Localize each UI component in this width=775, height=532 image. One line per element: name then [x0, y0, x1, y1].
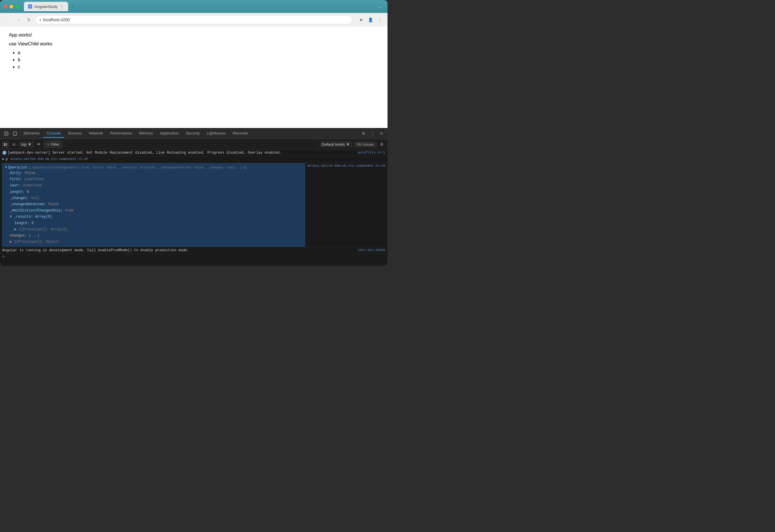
tab-close-button[interactable]: ×: [60, 4, 64, 9]
tab-expand-button[interactable]: ⌄: [376, 2, 384, 11]
obj-changesDetected: _changesDetected: false: [5, 201, 302, 207]
minimize-window-button[interactable]: [9, 5, 13, 9]
expand-arrow[interactable]: ►: [2, 157, 4, 161]
console-settings-button[interactable]: ⚙: [378, 141, 385, 148]
obj-changes-getter: changes: (...): [5, 233, 302, 239]
tab-elements[interactable]: Elements: [20, 129, 43, 138]
webpack-message: [webpack-dev-server] Server started: Hot…: [8, 151, 355, 155]
page-content: App works! use ViewChild works a b c: [0, 27, 388, 128]
default-levels-button[interactable]: Default levels ▼: [319, 141, 352, 147]
tab-performance[interactable]: Performance: [106, 129, 135, 138]
p-label: p: [6, 157, 8, 161]
tab-title: AngularStudy: [34, 4, 57, 9]
angular-source[interactable]: core.mjs:25520: [358, 248, 385, 252]
tab-application[interactable]: Application: [157, 129, 182, 138]
context-arrow: ▼: [28, 142, 32, 146]
content-area: App works! use ViewChild works a b c Ele…: [0, 27, 388, 266]
devtools-toolbar: Elements Console Sources Network Perform…: [0, 128, 388, 139]
devtools-mobile-button[interactable]: [11, 130, 19, 137]
address-bar[interactable]: ● localhost:4200: [35, 15, 352, 24]
list-item: c: [18, 64, 378, 70]
results-arrow[interactable]: ▼: [10, 215, 12, 219]
filter-label: Filter: [51, 142, 59, 146]
reload-button[interactable]: ↻: [25, 16, 33, 24]
console-prompt[interactable]: >: [0, 254, 388, 260]
menu-button[interactable]: ⋮: [376, 16, 384, 24]
querylist-preview: {_emitDistinctChangesOnly: true, dirty: …: [29, 166, 243, 169]
filter-icon: ▿: [47, 142, 49, 146]
webpack-source[interactable]: polyfills.js:1: [358, 151, 385, 154]
tab-favicon: A: [28, 4, 32, 9]
eye-button[interactable]: 👁: [36, 141, 42, 148]
title-bar: A AngularStudy × + ⌄: [0, 0, 388, 13]
tab-network[interactable]: Network: [85, 129, 107, 138]
obj-main-proto: ▶ [[Prototype]]: Object: [5, 239, 302, 245]
obj-changes: _changes: null: [5, 195, 302, 201]
list-item: b: [18, 57, 378, 62]
obj-first: first: undefined: [5, 176, 302, 182]
devtools-tabs: Elements Console Sources Network Perform…: [20, 129, 358, 138]
console-angular-line: Angular is running in development mode. …: [0, 247, 388, 254]
console-line-p: ► p access_native-dom-ob_cts.component.t…: [0, 156, 388, 163]
obj-results: ▼ _results: Array(0): [5, 214, 302, 220]
back-button[interactable]: ←: [4, 16, 12, 24]
devtools-tab-actions: ⚙ ⋮ ✕: [360, 130, 385, 137]
console-output[interactable]: i [webpack-dev-server] Server started: H…: [0, 150, 388, 266]
tab-recorder[interactable]: Recorder: [229, 129, 252, 138]
maximize-window-button[interactable]: [15, 5, 19, 9]
default-levels-label: Default levels: [322, 142, 345, 146]
app-works-text: App works!: [9, 32, 378, 38]
devtools: Elements Console Sources Network Perform…: [0, 128, 388, 266]
obj-results-length: length: 0: [5, 220, 302, 226]
devtools-settings-button[interactable]: ⚙: [360, 130, 367, 137]
querylist-arrow[interactable]: ▼: [5, 165, 7, 169]
console-line: i [webpack-dev-server] Server started: H…: [0, 150, 388, 156]
svg-rect-3: [4, 143, 5, 146]
obj-last: last: undefined: [5, 182, 302, 189]
context-selector[interactable]: top ▼: [19, 141, 34, 147]
default-levels-arrow: ▼: [346, 142, 350, 146]
list-item: a: [18, 50, 378, 55]
console-clear-button[interactable]: ⊘: [11, 141, 17, 148]
obj-results-proto: ▶ [[Prototype]]: Array(0): [5, 226, 302, 233]
obj-dirty: dirty: false: [5, 170, 302, 176]
profile-button[interactable]: 👤: [366, 16, 374, 24]
list: a b c: [18, 50, 378, 70]
obj-emitDistinct: _emitDistinctChangesOnly: true: [5, 207, 302, 214]
no-issues-text: No Issues: [357, 142, 374, 146]
filter-button[interactable]: ▿ Filter: [44, 141, 62, 148]
devtools-more-button[interactable]: ⋮: [368, 130, 376, 137]
new-tab-button[interactable]: +: [69, 2, 78, 11]
url-text: localhost:4200: [43, 17, 70, 22]
svg-rect-5: [5, 144, 7, 145]
info-icon: i: [2, 151, 6, 155]
devtools-inspect-button[interactable]: [2, 130, 10, 137]
angular-message: Angular is running in development mode. …: [2, 248, 355, 252]
svg-rect-6: [5, 145, 7, 146]
access-source1[interactable]: access_native-dom-ob_cts.component.ts:42: [10, 157, 88, 161]
tab-security[interactable]: Security: [182, 129, 203, 138]
browser-tab[interactable]: A AngularStudy ×: [24, 2, 68, 11]
devtools-close-button[interactable]: ✕: [377, 130, 385, 137]
prompt-symbol: >: [2, 255, 4, 259]
console-toolbar: ⊘ top ▼ 👁 ▿ Filter Default levels ▼ N: [0, 139, 388, 150]
nav-bar: ← → ↻ ● localhost:4200 ★ 👤 ⋮: [0, 13, 388, 27]
forward-button[interactable]: →: [14, 16, 22, 24]
querylist-title: QueryList: [8, 165, 27, 169]
querylist-object: ▼ QueryList {_emitDistinctChangesOnly: t…: [2, 163, 305, 246]
viewchild-text: use ViewChild works: [9, 41, 378, 47]
tab-console[interactable]: Console: [43, 129, 64, 138]
close-window-button[interactable]: [4, 5, 7, 9]
bookmark-button[interactable]: ★: [357, 16, 365, 24]
info-marker: i: [244, 165, 246, 169]
tab-sources[interactable]: Sources: [64, 129, 85, 138]
tab-memory[interactable]: Memory: [136, 129, 157, 138]
access-source2[interactable]: access_native-dom-ob_cts.component.ts:43: [307, 164, 385, 167]
obj-length: length: 0: [5, 189, 302, 195]
tab-lighthouse[interactable]: Lighthouse: [203, 129, 229, 138]
nav-actions: ★ 👤 ⋮: [357, 16, 384, 24]
traffic-lights: [4, 5, 19, 9]
console-sidebar-button[interactable]: [2, 141, 9, 148]
console-right-actions: Default levels ▼ No Issues ⚙: [319, 141, 385, 148]
secure-icon: ●: [39, 18, 41, 22]
